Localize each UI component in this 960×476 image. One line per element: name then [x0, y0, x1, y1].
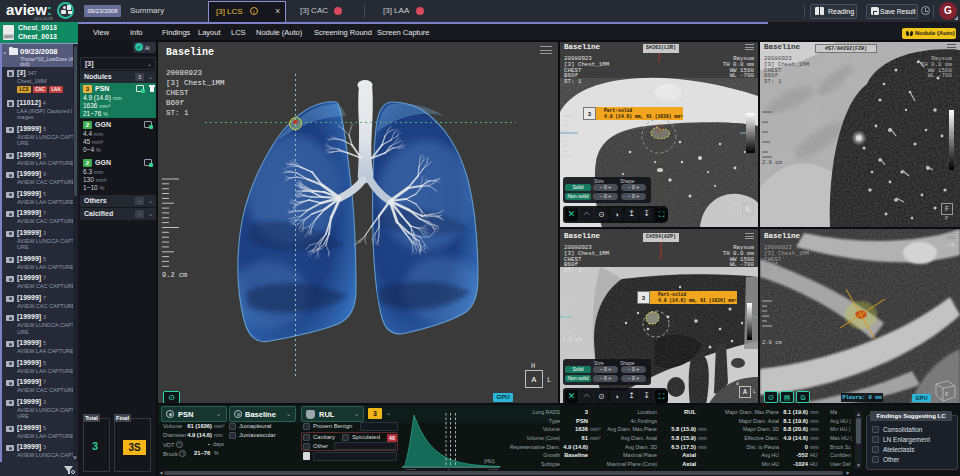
- svg-text:F: F: [945, 391, 949, 398]
